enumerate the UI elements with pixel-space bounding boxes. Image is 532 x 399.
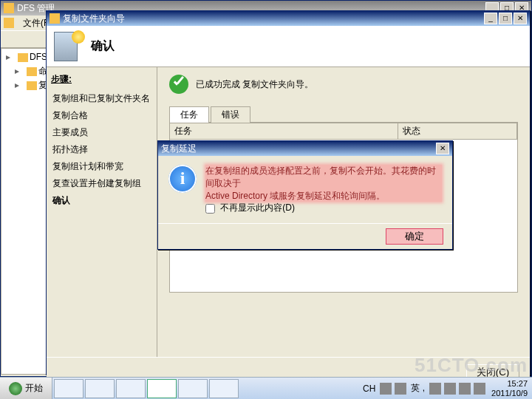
taskbar-item[interactable] xyxy=(209,379,239,398)
wizard-heading: 确认 xyxy=(91,38,115,54)
wizard-titlebar[interactable]: 复制文件夹向导 _ □ ✕ xyxy=(47,11,530,26)
taskbar-item[interactable] xyxy=(178,379,208,398)
menu-icon xyxy=(4,18,14,28)
tab-errors[interactable]: 错误 xyxy=(211,106,250,123)
wizard-step[interactable]: 确认 xyxy=(51,192,152,209)
tray-icon[interactable] xyxy=(395,383,406,395)
tray-icon[interactable] xyxy=(459,383,471,395)
wizard-title-icon xyxy=(50,13,60,24)
col-status[interactable]: 状态 xyxy=(398,123,517,139)
minimize-button[interactable]: _ xyxy=(484,13,497,24)
replication-delay-dialog: 复制延迟 ✕ i 在复制组的成员选择配置之前，复制不会开始。其花费的时间取决于 … xyxy=(157,140,453,250)
info-icon: i xyxy=(168,165,197,193)
dialog-footer: 确定 xyxy=(158,223,452,249)
system-tray: CH 英 , 15:27 2011/10/9 xyxy=(355,378,532,399)
ime-indicator[interactable]: CH xyxy=(363,383,375,394)
maximize-button[interactable]: □ xyxy=(499,13,512,24)
wizard-header: 确认 xyxy=(47,26,530,67)
taskbar-item[interactable] xyxy=(85,379,115,398)
wizard-title: 复制文件夹向导 xyxy=(63,13,482,25)
taskbar-item[interactable] xyxy=(147,379,177,398)
server-icon xyxy=(54,32,83,61)
folder-icon xyxy=(27,67,37,76)
folder-icon xyxy=(27,81,37,90)
tray-clock[interactable]: 15:27 2011/10/9 xyxy=(491,379,528,397)
taskbar-item[interactable] xyxy=(54,379,83,398)
success-check-icon xyxy=(169,75,188,94)
wizard-step[interactable]: 复制合格 xyxy=(51,107,152,124)
dont-show-checkbox[interactable] xyxy=(205,204,215,214)
wizard-step[interactable]: 主要成员 xyxy=(51,124,152,141)
start-button[interactable]: 开始 xyxy=(0,378,52,400)
success-text: 已成功完成 复制文件夹向导。 xyxy=(196,78,313,91)
wizard-steps: 步骤: 复制组和已复制文件夹名复制合格主要成员拓扑选择复制组计划和带宽复查设置并… xyxy=(47,67,157,357)
language-indicator[interactable]: 英 , xyxy=(411,382,425,395)
tray-icon[interactable] xyxy=(380,383,392,395)
tray-icon[interactable] xyxy=(429,383,441,395)
task-list-header: 任务 状态 xyxy=(170,123,517,140)
close-button[interactable]: ✕ xyxy=(436,143,449,154)
steps-header: 步骤: xyxy=(51,73,152,86)
tabstrip: 任务 错误 xyxy=(169,106,518,123)
dialog-message: 在复制组的成员选择配置之前，复制不会开始。其花费的时间取决于 Active Di… xyxy=(205,165,442,202)
start-orb-icon xyxy=(9,382,22,395)
dialog-titlebar[interactable]: 复制延迟 ✕ xyxy=(158,141,452,156)
wizard-step[interactable]: 复制组计划和带宽 xyxy=(51,158,152,175)
taskbar: 开始 CH 英 , 15:27 2011/10/9 xyxy=(0,377,532,399)
dialog-body: i 在复制组的成员选择配置之前，复制不会开始。其花费的时间取决于 Active … xyxy=(158,156,452,223)
col-task[interactable]: 任务 xyxy=(170,123,398,139)
taskbar-item[interactable] xyxy=(116,379,146,398)
ok-button[interactable]: 确定 xyxy=(386,228,443,245)
wizard-step[interactable]: 复制组和已复制文件夹名 xyxy=(51,90,152,107)
dont-show-again[interactable]: 不再显示此内容(D) xyxy=(205,202,295,213)
tab-tasks[interactable]: 任务 xyxy=(169,106,209,123)
app-icon xyxy=(4,3,14,13)
wizard-step[interactable]: 拓扑选择 xyxy=(51,141,152,158)
start-label: 开始 xyxy=(25,382,43,395)
tray-icon[interactable] xyxy=(474,383,485,395)
success-message: 已成功完成 复制文件夹向导。 xyxy=(169,75,518,94)
tray-icon[interactable] xyxy=(444,383,456,395)
dont-show-label: 不再显示此内容(D) xyxy=(220,202,295,213)
dialog-title: 复制延迟 xyxy=(161,143,434,155)
close-button[interactable]: ✕ xyxy=(514,13,527,24)
folder-icon xyxy=(18,53,28,62)
wizard-step[interactable]: 复查设置并创建复制组 xyxy=(51,175,152,192)
